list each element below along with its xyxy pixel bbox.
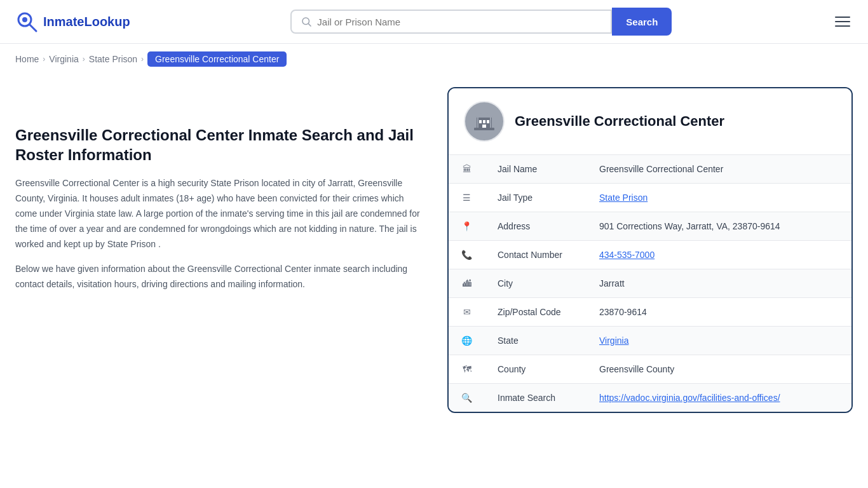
row-value: Greensville County — [587, 355, 851, 384]
row-icon: 🏛 — [449, 155, 485, 184]
breadcrumb: Home › Virginia › State Prison › Greensv… — [0, 44, 868, 74]
search-area: Search — [290, 8, 672, 36]
menu-button[interactable] — [832, 14, 853, 29]
row-link[interactable]: Virginia — [599, 336, 628, 346]
breadcrumb-state-prison[interactable]: State Prison — [89, 54, 137, 64]
facility-image — [464, 101, 505, 142]
row-value: Jarratt — [587, 269, 851, 298]
table-row: 📍Address901 Corrections Way, Jarratt, VA… — [449, 212, 851, 241]
row-label: Jail Type — [485, 184, 587, 212]
row-label: County — [485, 355, 587, 384]
svg-line-4 — [309, 24, 311, 26]
row-link[interactable]: State Prison — [599, 193, 648, 203]
row-icon: ☰ — [449, 184, 485, 212]
main-content: Greensville Correctional Center Inmate S… — [0, 74, 868, 438]
svg-point-2 — [22, 17, 27, 22]
description-para-1: Greensville Correctional Center is a hig… — [15, 176, 422, 252]
search-button[interactable]: Search — [612, 8, 672, 36]
svg-rect-8 — [483, 120, 485, 123]
row-label: Address — [485, 212, 587, 241]
right-column: Greensville Correctional Center 🏛Jail Na… — [447, 87, 853, 413]
row-icon: 📍 — [449, 212, 485, 241]
info-table: 🏛Jail NameGreensville Correctional Cente… — [449, 155, 851, 412]
search-icon — [301, 16, 312, 27]
row-label: City — [485, 269, 587, 298]
breadcrumb-chevron-1: › — [43, 55, 45, 64]
svg-rect-13 — [490, 118, 491, 128]
row-icon: 🏙 — [449, 269, 485, 298]
svg-rect-11 — [482, 125, 486, 128]
row-link[interactable]: 434-535-7000 — [599, 250, 654, 260]
row-label: State — [485, 327, 587, 355]
row-value: 901 Corrections Way, Jarratt, VA, 23870-… — [587, 212, 851, 241]
hamburger-line-3 — [835, 25, 850, 27]
building-icon — [471, 109, 497, 134]
table-row: 🗺CountyGreensville County — [449, 355, 851, 384]
page-title: Greensville Correctional Center Inmate S… — [15, 125, 422, 165]
breadcrumb-chevron-2: › — [83, 55, 85, 64]
table-row: 🔍Inmate Searchhttps://vadoc.virginia.gov… — [449, 384, 851, 412]
table-row: 🌐StateVirginia — [449, 327, 851, 355]
header: InmateLookup Search — [0, 0, 868, 44]
logo-link[interactable]: InmateLookup — [15, 10, 130, 33]
row-icon: ✉ — [449, 298, 485, 327]
hamburger-line-2 — [835, 21, 850, 22]
hamburger-line-1 — [835, 17, 850, 18]
search-input[interactable] — [317, 17, 602, 27]
row-icon: 🗺 — [449, 355, 485, 384]
description-para-2: Below we have given information about th… — [15, 262, 422, 292]
svg-line-1 — [30, 25, 36, 31]
breadcrumb-virginia[interactable]: Virginia — [49, 54, 78, 64]
logo-text: InmateLookup — [43, 15, 130, 29]
row-value: 23870-9614 — [587, 298, 851, 327]
table-row: ✉Zip/Postal Code23870-9614 — [449, 298, 851, 327]
svg-rect-7 — [479, 120, 482, 123]
row-link[interactable]: https://vadoc.virginia.gov/facilities-an… — [599, 393, 780, 403]
svg-rect-9 — [487, 120, 489, 123]
table-row: 📞Contact Number434-535-7000 — [449, 241, 851, 269]
table-row: 🏛Jail NameGreensville Correctional Cente… — [449, 155, 851, 184]
row-label: Inmate Search — [485, 384, 587, 412]
card-title: Greensville Correctional Center — [515, 113, 724, 130]
svg-point-3 — [302, 18, 309, 25]
row-icon: 📞 — [449, 241, 485, 269]
row-value[interactable]: 434-535-7000 — [587, 241, 851, 269]
logo-icon — [15, 10, 38, 33]
row-value[interactable]: https://vadoc.virginia.gov/facilities-an… — [587, 384, 851, 412]
row-value[interactable]: Virginia — [587, 327, 851, 355]
row-value[interactable]: State Prison — [587, 184, 851, 212]
table-row: ☰Jail TypeState Prison — [449, 184, 851, 212]
search-wrapper — [290, 10, 612, 34]
row-icon: 🌐 — [449, 327, 485, 355]
row-label: Zip/Postal Code — [485, 298, 587, 327]
breadcrumb-current: Greensville Correctional Center — [147, 51, 287, 67]
breadcrumb-chevron-3: › — [141, 55, 144, 64]
svg-rect-12 — [477, 118, 478, 128]
row-icon: 🔍 — [449, 384, 485, 412]
svg-rect-5 — [474, 128, 494, 130]
svg-marker-10 — [474, 111, 494, 118]
row-label: Jail Name — [485, 155, 587, 184]
row-value: Greensville Correctional Center — [587, 155, 851, 184]
breadcrumb-home[interactable]: Home — [15, 54, 39, 64]
left-column: Greensville Correctional Center Inmate S… — [15, 87, 422, 413]
info-card: Greensville Correctional Center 🏛Jail Na… — [447, 87, 853, 413]
card-header: Greensville Correctional Center — [449, 88, 851, 155]
row-label: Contact Number — [485, 241, 587, 269]
table-row: 🏙CityJarratt — [449, 269, 851, 298]
